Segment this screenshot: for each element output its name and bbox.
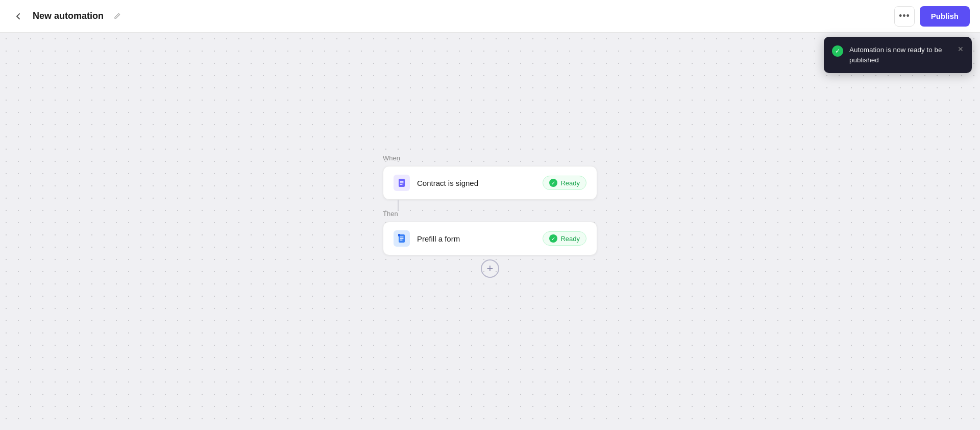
- step2-card[interactable]: Prefill a form ✓ Ready: [383, 222, 597, 255]
- form-icon: [394, 230, 410, 247]
- svg-rect-2: [398, 234, 400, 236]
- step1-left: Contract is signed: [394, 175, 478, 191]
- back-button[interactable]: [10, 8, 27, 25]
- publish-button[interactable]: Publish: [920, 6, 970, 27]
- header-right: ••• Publish: [894, 6, 970, 27]
- add-button-wrapper: +: [383, 259, 597, 278]
- step1-check-icon: ✓: [549, 179, 557, 187]
- then-label: Then: [383, 210, 398, 218]
- add-step-button[interactable]: +: [481, 259, 499, 278]
- flow-container: When Contract is signed ✓ Ready Then: [383, 154, 597, 278]
- step1-title: Contract is signed: [417, 179, 478, 187]
- automation-canvas: When Contract is signed ✓ Ready Then: [0, 33, 980, 430]
- step1-status: Ready: [560, 179, 580, 187]
- step1-ready-badge: ✓ Ready: [543, 176, 586, 190]
- when-label: When: [383, 154, 400, 162]
- connector-line: [398, 200, 399, 210]
- edit-icon[interactable]: [110, 9, 124, 23]
- step2-check-icon: ✓: [549, 234, 557, 243]
- header-left: New automation: [10, 8, 124, 25]
- header: New automation ••• Publish: [0, 0, 980, 33]
- more-options-button[interactable]: •••: [894, 6, 915, 27]
- step2-title: Prefill a form: [417, 234, 460, 243]
- toast-check-icon: ✓: [832, 45, 843, 57]
- contract-icon: [394, 175, 410, 191]
- toast-close-button[interactable]: ✕: [958, 45, 964, 53]
- step2-ready-badge: ✓ Ready: [543, 231, 586, 246]
- toast-notification: ✓ Automation is now ready to be publishe…: [824, 37, 972, 73]
- step2-status: Ready: [560, 235, 580, 243]
- step2-left: Prefill a form: [394, 230, 460, 247]
- page-title: New automation: [33, 11, 104, 21]
- step1-card[interactable]: Contract is signed ✓ Ready: [383, 166, 597, 200]
- toast-message: Automation is now ready to be published: [849, 45, 951, 65]
